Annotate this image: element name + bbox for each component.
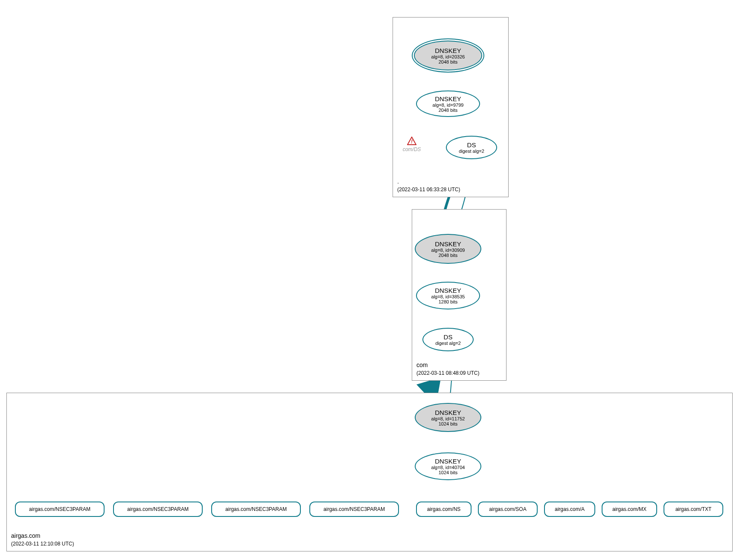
node-title: DNSKEY	[435, 458, 461, 465]
rr-label: airgas.com/TXT	[675, 506, 712, 512]
node-title: DNSKEY	[435, 47, 461, 54]
rr-label: airgas.com/A	[555, 506, 585, 512]
rr-label: airgas.com/NSEC3PARAM	[127, 506, 189, 512]
rr-label: airgas.com/SOA	[489, 506, 526, 512]
zone-airgas-date: (2022-03-11 12:10:08 UTC)	[11, 541, 74, 547]
warning-icon: !	[407, 137, 416, 145]
node-sub1: alg=8, id=20326	[431, 54, 465, 59]
node-title: DS	[444, 333, 453, 341]
node-sub1: alg=8, id=11752	[431, 416, 465, 421]
node-com-ksk[interactable]: DNSKEY alg=8, id=30909 2048 bits	[415, 234, 481, 264]
node-sub1: alg=8, id=38535	[431, 294, 465, 299]
node-sub2: 2048 bits	[439, 59, 458, 64]
zone-com-date: (2022-03-11 08:48:09 UTC)	[416, 370, 479, 376]
rr-txt[interactable]: airgas.com/TXT	[664, 502, 723, 517]
svg-text:!: !	[411, 139, 413, 145]
node-com-zsk[interactable]: DNSKEY alg=8, id=38535 1280 bits	[416, 282, 480, 309]
node-sub1: alg=8, id=40704	[431, 465, 465, 470]
rr-nsec3param-1[interactable]: airgas.com/NSEC3PARAM	[113, 502, 203, 517]
node-root-zsk[interactable]: DNSKEY alg=8, id=9799 2048 bits	[416, 90, 480, 117]
node-sub2: 2048 bits	[439, 253, 458, 258]
rr-soa[interactable]: airgas.com/SOA	[478, 502, 538, 517]
node-sub2: 1024 bits	[439, 421, 458, 426]
node-title: DNSKEY	[435, 240, 461, 248]
zone-com-label: com	[416, 362, 428, 368]
rr-label: airgas.com/NS	[427, 506, 461, 512]
rr-label: airgas.com/NSEC3PARAM	[225, 506, 287, 512]
zone-airgas-label: airgas.com	[11, 532, 40, 539]
rr-ns[interactable]: airgas.com/NS	[416, 502, 472, 517]
node-airgas-zsk[interactable]: DNSKEY alg=8, id=40704 1024 bits	[415, 452, 481, 480]
node-airgas-ksk[interactable]: DNSKEY alg=8, id=11752 1024 bits	[415, 403, 481, 432]
rr-nsec3param-0[interactable]: airgas.com/NSEC3PARAM	[15, 502, 105, 517]
warning-label: com/DS	[403, 146, 421, 152]
node-sub2: 2048 bits	[439, 108, 458, 113]
zone-root-label: .	[397, 178, 399, 185]
zone-airgas: airgas.com (2022-03-11 12:10:08 UTC)	[6, 393, 733, 551]
rr-label: airgas.com/MX	[612, 506, 646, 512]
node-sub1: alg=8, id=30909	[431, 248, 465, 253]
node-root-ksk[interactable]: DNSKEY alg=8, id=20326 2048 bits	[414, 41, 482, 70]
node-sub1: digest alg=2	[435, 341, 461, 346]
node-sub2: 1024 bits	[439, 470, 458, 475]
rr-label: airgas.com/NSEC3PARAM	[29, 506, 90, 512]
node-com-ds[interactable]: DS digest alg=2	[422, 328, 474, 351]
rr-label: airgas.com/NSEC3PARAM	[323, 506, 385, 512]
node-title: DNSKEY	[435, 409, 461, 416]
node-sub1: alg=8, id=9799	[433, 102, 464, 108]
zone-root-date: (2022-03-11 06:33:28 UTC)	[397, 187, 460, 192]
node-root-ds[interactable]: DS digest alg=2	[446, 136, 497, 159]
rr-nsec3param-2[interactable]: airgas.com/NSEC3PARAM	[211, 502, 301, 517]
rr-a[interactable]: airgas.com/A	[544, 502, 595, 517]
rr-mx[interactable]: airgas.com/MX	[602, 502, 657, 517]
node-title: DNSKEY	[435, 95, 461, 102]
node-sub2: 1280 bits	[439, 299, 458, 304]
node-title: DS	[467, 141, 476, 149]
node-sub1: digest alg=2	[459, 149, 484, 154]
node-title: DNSKEY	[435, 287, 461, 294]
warning-com-ds: ! com/DS	[399, 137, 425, 152]
rr-nsec3param-3[interactable]: airgas.com/NSEC3PARAM	[309, 502, 399, 517]
